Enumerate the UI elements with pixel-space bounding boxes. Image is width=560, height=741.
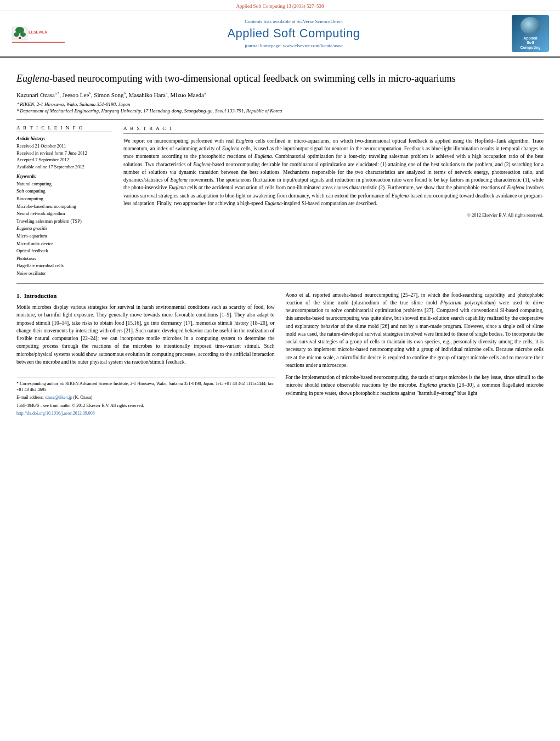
- main-content: Euglena-based neurocomputing with two-di…: [0, 58, 560, 429]
- article-title-rest: -based neurocomputing with two-dimension…: [49, 73, 456, 84]
- elsevier-logo-svg: ELSEVIER: [11, 22, 66, 44]
- copyright-line: © 2012 Elsevier B.V. All rights reserved…: [123, 212, 544, 218]
- useful-word: useful: [219, 328, 232, 333]
- body-left-col: 1. Introduction Motile microbes display …: [16, 291, 275, 418]
- sciverse-text: Contents lists available at SciVerse Sci…: [82, 19, 505, 24]
- footnote-issn: 1568-4946/$ – see front matter © 2012 El…: [16, 403, 275, 409]
- footnote-email-link[interactable]: ozasa@riken.jp: [45, 395, 72, 400]
- footnote-star: * Corresponding author at: RIKEN Advance…: [16, 381, 275, 393]
- section-number: 1.: [16, 292, 21, 299]
- journal-title: Applied Soft Computing: [82, 26, 505, 41]
- article-info-col: A R T I C L E I N F O Article history: R…: [16, 125, 112, 278]
- affiliation-a: ᵃ RIKEN, 2-1 Hirosawa, Wako, Saitama 351…: [16, 101, 544, 107]
- footnote-doi: http://dx.doi.org/10.1016/j.asoc.2012.09…: [16, 410, 275, 416]
- available-date: Available online 17 September 2012: [16, 163, 112, 171]
- journal-badge-area: AppliedSoftComputing: [505, 15, 549, 52]
- keyword-5: Neural network algorithm: [16, 210, 112, 218]
- header-divider: [16, 119, 544, 120]
- keyword-3: Biocomputing: [16, 195, 112, 203]
- svg-rect-4: [19, 37, 21, 39]
- elsevier-logo: ELSEVIER: [11, 22, 82, 44]
- keyword-10: Optical feedback: [16, 247, 112, 255]
- journal-badge: AppliedSoftComputing: [512, 15, 549, 52]
- footnotes: * Corresponding author at: RIKEN Advance…: [16, 377, 275, 416]
- body-content: 1. Introduction Motile microbes display …: [16, 291, 544, 418]
- article-history-title: Article history:: [16, 135, 112, 141]
- journal-homepage: journal homepage: www.elsevier.com/locat…: [82, 43, 505, 48]
- keyword-2: Soft computing: [16, 188, 112, 195]
- keyword-6: Traveling salesman problem (TSP): [16, 218, 112, 225]
- article-title: Euglena-based neurocomputing with two-di…: [16, 72, 544, 86]
- keywords-list: Natural computing Soft computing Biocomp…: [16, 180, 112, 278]
- authors-line: Kazunari Ozasaa,*, Jeesoo Leeb, Simon So…: [16, 91, 544, 98]
- affiliation-b: ᵇ Department of Mechanical Engineering, …: [16, 108, 544, 114]
- abstract-divider: [16, 283, 544, 284]
- keyword-4: Microbe-based neurocomputing: [16, 203, 112, 211]
- revised-date: Received in revised form 7 June 2012: [16, 150, 112, 157]
- abstract-col: A B S T R A C T We report on neurocomput…: [123, 125, 544, 278]
- article-title-italic: Euglena: [16, 73, 49, 84]
- keyword-11: Phototaxis: [16, 255, 112, 263]
- svg-text:ELSEVIER: ELSEVIER: [29, 30, 48, 34]
- badge-label: AppliedSoftComputing: [521, 36, 541, 50]
- journal-logo-area: ELSEVIER: [11, 22, 82, 44]
- keyword-8: Micro-aquarium: [16, 233, 112, 240]
- journal-header: ELSEVIER Contents lists available at Sci…: [0, 10, 560, 58]
- intro-para-3: For the implementation of microbe-based …: [286, 374, 544, 397]
- abstract-text: We report on neurocomputing performed wi…: [123, 137, 544, 207]
- received-date: Received 21 October 2011: [16, 143, 112, 150]
- intro-heading: 1. Introduction: [16, 291, 275, 301]
- keyword-7: Euglena gracilis: [16, 225, 112, 233]
- footnote-email: E-mail address: ozasa@riken.jp (K. Ozasa…: [16, 394, 275, 400]
- accepted-date: Accepted 7 September 2012: [16, 156, 112, 163]
- journal-header-center: Contents lists available at SciVerse Sci…: [82, 19, 505, 48]
- info-abstract-columns: A R T I C L E I N F O Article history: R…: [16, 125, 544, 278]
- keyword-1: Natural computing: [16, 180, 112, 188]
- doi-link[interactable]: http://dx.doi.org/10.1016/j.asoc.2012.09…: [16, 411, 95, 416]
- article-info-title: A R T I C L E I N F O: [16, 125, 112, 132]
- intro-para-2: Aono et al. reported amoeba-based neuroc…: [286, 291, 544, 370]
- top-bar: Applied Soft Computing 13 (2013) 527–538: [0, 0, 560, 10]
- keyword-12: Flagellate microbial cells: [16, 262, 112, 270]
- svg-point-2: [14, 32, 19, 37]
- section-title: Introduction: [24, 292, 57, 299]
- keywords-title: Keywords:: [16, 173, 112, 179]
- svg-point-3: [20, 32, 26, 37]
- abstract-title: A B S T R A C T: [123, 125, 544, 134]
- intro-para-1: Motile microbes display various strategi…: [16, 303, 275, 366]
- badge-circle-decoration: [521, 17, 540, 35]
- journal-reference: Applied Soft Computing 13 (2013) 527–538: [236, 3, 324, 9]
- body-right-col: Aono et al. reported amoeba-based neuroc…: [286, 291, 544, 418]
- keyword-9: Microfluidic device: [16, 240, 112, 248]
- keyword-13: Noise oscillator: [16, 270, 112, 278]
